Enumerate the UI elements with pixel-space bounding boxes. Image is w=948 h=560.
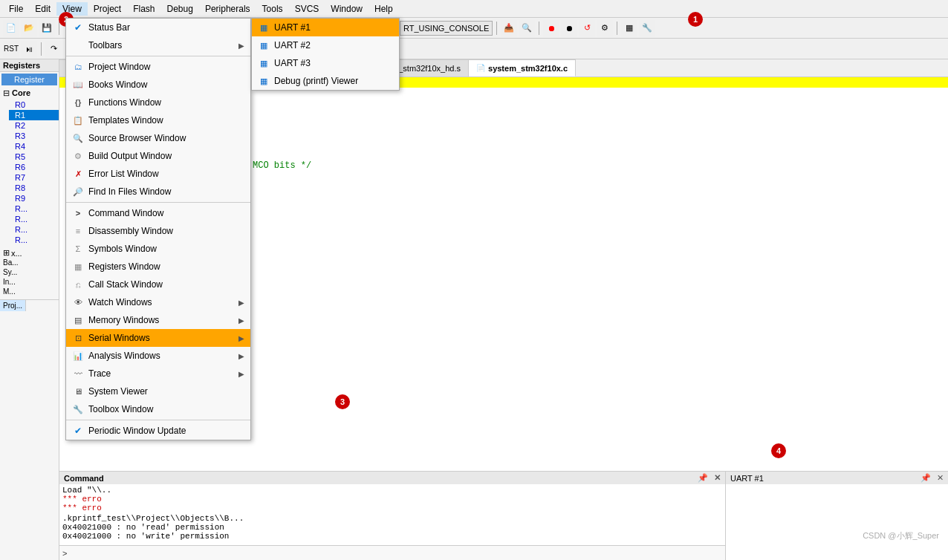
expand-plus[interactable]: ⊞x... — [3, 248, 59, 258]
menu-books-window[interactable]: 📖 Books Window — [66, 76, 250, 94]
sep2 — [66, 202, 250, 203]
command-label: Command — [64, 474, 104, 483]
menu-analysis-windows[interactable]: 📊 Analysis Windows ▶ — [66, 347, 250, 365]
close-command[interactable]: ✕ — [714, 473, 721, 483]
submenu-uart3[interactable]: ▦ UART #3 — [252, 54, 399, 72]
analysis-label: Analysis Windows — [88, 351, 160, 361]
menu-registers[interactable]: ▦ Registers Window — [66, 258, 250, 276]
save-btn[interactable]: 💾 — [39, 20, 55, 36]
watermark: CSDN @小辉_Super — [863, 530, 939, 541]
reg-r10[interactable]: R... — [9, 204, 59, 214]
menu-symbols[interactable]: Σ Symbols Window — [66, 240, 250, 258]
close-uart[interactable]: ✕ — [937, 473, 944, 483]
menu-disassembly[interactable]: ≡ Disassembly Window — [66, 222, 250, 240]
uart2-icon: ▦ — [258, 39, 270, 51]
submenu-uart1[interactable]: ▦ UART #1 — [252, 19, 399, 36]
memory-label: Memory Windows — [88, 315, 159, 325]
left-panel: Registers Register ⊟ Core R0 R1 R2 R3 R4… — [0, 59, 59, 560]
trace-arrow: ▶ — [238, 370, 244, 378]
reg-r0[interactable]: R0 — [9, 100, 59, 110]
uart-panel: UART #1 📌 ✕ — [725, 472, 948, 560]
ba-item[interactable]: Ba... — [3, 258, 59, 267]
reg-r13[interactable]: R... — [9, 235, 59, 245]
menu-svcs[interactable]: SVCS — [289, 2, 325, 16]
reset-btn[interactable]: ↺ — [579, 20, 595, 36]
menu-flash[interactable]: Flash — [127, 2, 160, 16]
uart3-icon: ▦ — [258, 57, 270, 69]
tools-btn[interactable]: 🔧 — [639, 20, 655, 36]
t2sep1 — [41, 42, 42, 56]
core-group: ⊟ Core — [0, 87, 59, 100]
reg-r1[interactable]: R1 — [9, 110, 59, 120]
menu-window[interactable]: Window — [325, 2, 369, 16]
command-panel: Command 📌 ✕ Load "\\.. *** erro *** erro… — [59, 472, 725, 560]
in-item[interactable]: In... — [3, 277, 59, 287]
menu-system-viewer[interactable]: 🖥 System Viewer — [66, 382, 250, 400]
run-btn[interactable]: ⏺ — [543, 20, 559, 36]
menu-peripherals[interactable]: Peripherals — [199, 2, 256, 16]
menu-tools[interactable]: Tools — [256, 2, 289, 16]
reg-r6[interactable]: R6 — [9, 162, 59, 172]
tab-system[interactable]: 📄system_stm32f10x.c — [469, 59, 576, 76]
menu-debug[interactable]: Debug — [161, 2, 199, 16]
menu-watch-windows[interactable]: 👁 Watch Windows ▶ — [66, 293, 250, 311]
uart-controls: 📌 ✕ — [921, 473, 944, 483]
menu-source-browser[interactable]: 🔍 Source Browser Window — [66, 129, 250, 147]
trace-icon: 〰 — [72, 368, 84, 380]
status-bar-label: Status Bar — [88, 22, 130, 33]
menu-toolbox-window[interactable]: 🔧 Toolbox Window — [66, 400, 250, 418]
m-item[interactable]: M... — [3, 287, 59, 296]
second-tab[interactable] — [26, 300, 32, 311]
menu-help[interactable]: Help — [369, 2, 399, 16]
menu-periodic-update[interactable]: ✔ Periodic Window Update — [66, 422, 250, 440]
reg-r4[interactable]: R4 — [9, 141, 59, 152]
register-tab[interactable]: Register — [1, 74, 57, 85]
toolbars-label: Toolbars — [88, 40, 122, 51]
stop-btn[interactable]: ⏺ — [561, 20, 577, 36]
menu-trace[interactable]: 〰 Trace ▶ — [66, 365, 250, 382]
rst-btn[interactable]: RST — [3, 41, 19, 57]
menu-memory-windows[interactable]: ▤ Memory Windows ▶ — [66, 311, 250, 329]
menu-templates-window[interactable]: 📋 Templates Window — [66, 111, 250, 129]
layout-btn[interactable]: ▦ — [621, 20, 637, 36]
target-selector[interactable]: RT_USING_CONSOLE — [400, 21, 493, 36]
menu-status-bar[interactable]: ✔ Status Bar — [66, 19, 250, 36]
menu-toolbars[interactable]: Toolbars ▶ — [66, 36, 250, 54]
reg-r12[interactable]: R... — [9, 224, 59, 235]
reg-r7[interactable]: R7 — [9, 172, 59, 183]
step-btn[interactable]: ↷ — [45, 41, 62, 57]
reg-r3[interactable]: R3 — [9, 131, 59, 141]
new-btn[interactable]: 📄 — [3, 20, 19, 36]
pin-icon[interactable]: 📌 — [698, 473, 708, 483]
debug-btn[interactable]: 🔍 — [519, 20, 535, 36]
reg-r5[interactable]: R5 — [9, 152, 59, 162]
open-btn[interactable]: 📂 — [21, 20, 37, 36]
sy-item[interactable]: Sy... — [3, 267, 59, 277]
reg-r8[interactable]: R8 — [9, 183, 59, 193]
call-stack-label: Call Stack Window — [88, 279, 163, 290]
menu-edit[interactable]: Edit — [29, 2, 56, 16]
dbg-btn[interactable]: ⏯ — [21, 41, 37, 57]
uart1-label: UART #1 — [274, 22, 311, 33]
submenu-uart2[interactable]: ▦ UART #2 — [252, 36, 399, 54]
proj-tab[interactable]: Proj... — [0, 300, 26, 311]
analysis-icon: 📊 — [72, 350, 84, 362]
menu-command-window[interactable]: > Command Window — [66, 204, 250, 222]
menu-error-list[interactable]: ✗ Error List Window — [66, 165, 250, 183]
menu-functions-window[interactable]: {} Functions Window — [66, 94, 250, 111]
menu-serial-windows[interactable]: ⊡ Serial Windows ▶ — [66, 329, 250, 347]
command-input-bar[interactable]: > — [59, 545, 725, 560]
reg-r9[interactable]: R9 — [9, 193, 59, 204]
reg-r11[interactable]: R... — [9, 214, 59, 224]
submenu-debug-viewer[interactable]: ▦ Debug (printf) Viewer — [252, 72, 399, 90]
menu-find-files[interactable]: 🔎 Find In Files Window — [66, 183, 250, 201]
load-btn[interactable]: 📥 — [501, 20, 517, 36]
menu-build-output[interactable]: ⚙ Build Output Window — [66, 147, 250, 165]
menu-file[interactable]: File — [3, 2, 29, 16]
menu-project-window[interactable]: 🗂 Project Window — [66, 58, 250, 76]
reg-r2[interactable]: R2 — [9, 120, 59, 131]
uart-pin-icon[interactable]: 📌 — [921, 473, 931, 483]
options-btn[interactable]: ⚙ — [597, 20, 613, 36]
menu-call-stack[interactable]: ⎌ Call Stack Window — [66, 276, 250, 293]
menu-project[interactable]: Project — [88, 2, 127, 16]
